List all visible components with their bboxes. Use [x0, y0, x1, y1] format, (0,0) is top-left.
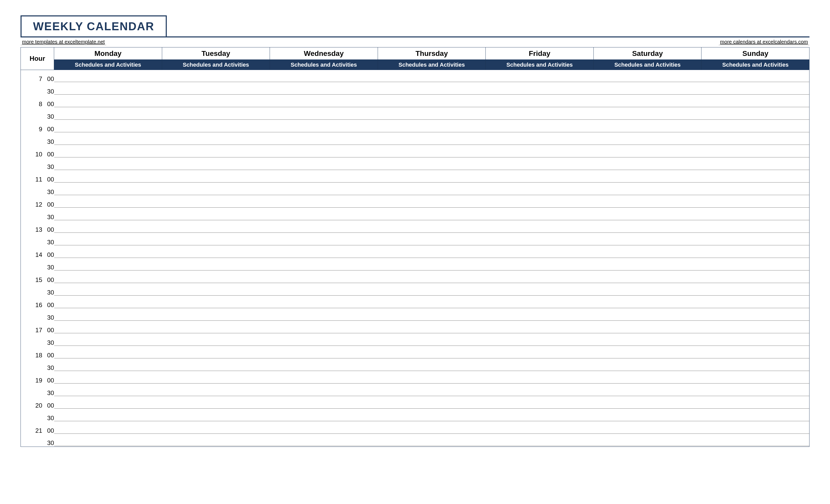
schedule-slot[interactable]	[486, 120, 594, 133]
schedule-slot[interactable]	[54, 422, 162, 434]
schedule-slot[interactable]	[594, 145, 701, 158]
schedule-slot[interactable]	[378, 384, 486, 397]
schedule-slot[interactable]	[162, 95, 270, 108]
schedule-slot[interactable]	[270, 208, 378, 221]
schedule-slot[interactable]	[270, 271, 378, 283]
schedule-slot[interactable]	[378, 70, 486, 82]
schedule-slot[interactable]	[54, 397, 162, 409]
schedule-slot[interactable]	[701, 196, 809, 208]
schedule-slot[interactable]	[486, 196, 594, 208]
schedule-slot[interactable]	[701, 259, 809, 271]
schedule-slot[interactable]	[486, 246, 594, 259]
schedule-slot[interactable]	[701, 208, 809, 221]
schedule-slot[interactable]	[270, 246, 378, 259]
schedule-slot[interactable]	[594, 309, 701, 321]
schedule-slot[interactable]	[378, 434, 486, 447]
schedule-slot[interactable]	[701, 384, 809, 397]
schedule-slot[interactable]	[162, 397, 270, 409]
schedule-slot[interactable]	[701, 246, 809, 259]
schedule-slot[interactable]	[378, 397, 486, 409]
schedule-slot[interactable]	[162, 384, 270, 397]
schedule-slot[interactable]	[594, 158, 701, 170]
schedule-slot[interactable]	[378, 246, 486, 259]
schedule-slot[interactable]	[701, 183, 809, 196]
schedule-slot[interactable]	[594, 397, 701, 409]
schedule-slot[interactable]	[162, 422, 270, 434]
schedule-slot[interactable]	[594, 359, 701, 371]
schedule-slot[interactable]	[594, 371, 701, 384]
schedule-slot[interactable]	[701, 233, 809, 246]
schedule-slot[interactable]	[701, 133, 809, 145]
schedule-slot[interactable]	[486, 422, 594, 434]
schedule-slot[interactable]	[378, 208, 486, 221]
schedule-slot[interactable]	[594, 108, 701, 120]
schedule-slot[interactable]	[594, 321, 701, 334]
schedule-slot[interactable]	[486, 108, 594, 120]
schedule-slot[interactable]	[270, 422, 378, 434]
schedule-slot[interactable]	[162, 321, 270, 334]
schedule-slot[interactable]	[486, 371, 594, 384]
schedule-slot[interactable]	[378, 108, 486, 120]
schedule-slot[interactable]	[378, 409, 486, 422]
schedule-slot[interactable]	[270, 233, 378, 246]
schedule-slot[interactable]	[270, 321, 378, 334]
schedule-slot[interactable]	[378, 183, 486, 196]
schedule-slot[interactable]	[486, 82, 594, 95]
schedule-slot[interactable]	[54, 70, 162, 82]
schedule-slot[interactable]	[162, 170, 270, 183]
schedule-slot[interactable]	[594, 95, 701, 108]
schedule-slot[interactable]	[701, 82, 809, 95]
schedule-slot[interactable]	[594, 259, 701, 271]
schedule-slot[interactable]	[270, 133, 378, 145]
schedule-slot[interactable]	[486, 359, 594, 371]
schedule-slot[interactable]	[594, 334, 701, 346]
schedule-slot[interactable]	[270, 108, 378, 120]
schedule-slot[interactable]	[378, 221, 486, 233]
schedule-slot[interactable]	[378, 196, 486, 208]
schedule-slot[interactable]	[701, 108, 809, 120]
schedule-slot[interactable]	[701, 120, 809, 133]
schedule-slot[interactable]	[162, 120, 270, 133]
schedule-slot[interactable]	[270, 334, 378, 346]
schedule-slot[interactable]	[162, 296, 270, 309]
schedule-slot[interactable]	[594, 120, 701, 133]
schedule-slot[interactable]	[270, 145, 378, 158]
schedule-slot[interactable]	[594, 346, 701, 359]
schedule-slot[interactable]	[162, 183, 270, 196]
schedule-slot[interactable]	[594, 183, 701, 196]
schedule-slot[interactable]	[486, 321, 594, 334]
schedule-slot[interactable]	[270, 120, 378, 133]
schedule-slot[interactable]	[701, 309, 809, 321]
schedule-slot[interactable]	[270, 397, 378, 409]
schedule-slot[interactable]	[378, 259, 486, 271]
schedule-slot[interactable]	[378, 371, 486, 384]
schedule-slot[interactable]	[54, 259, 162, 271]
schedule-slot[interactable]	[162, 246, 270, 259]
schedule-slot[interactable]	[54, 321, 162, 334]
schedule-slot[interactable]	[378, 334, 486, 346]
schedule-slot[interactable]	[701, 321, 809, 334]
schedule-slot[interactable]	[54, 95, 162, 108]
schedule-slot[interactable]	[54, 346, 162, 359]
schedule-slot[interactable]	[54, 108, 162, 120]
schedule-slot[interactable]	[162, 334, 270, 346]
schedule-slot[interactable]	[162, 196, 270, 208]
schedule-slot[interactable]	[486, 384, 594, 397]
schedule-slot[interactable]	[54, 158, 162, 170]
schedule-slot[interactable]	[162, 271, 270, 283]
schedule-slot[interactable]	[701, 296, 809, 309]
schedule-slot[interactable]	[486, 208, 594, 221]
schedule-slot[interactable]	[270, 409, 378, 422]
schedule-slot[interactable]	[162, 259, 270, 271]
schedule-slot[interactable]	[378, 346, 486, 359]
schedule-slot[interactable]	[378, 233, 486, 246]
schedule-slot[interactable]	[594, 422, 701, 434]
schedule-slot[interactable]	[378, 283, 486, 296]
schedule-slot[interactable]	[594, 296, 701, 309]
schedule-slot[interactable]	[486, 283, 594, 296]
schedule-slot[interactable]	[54, 145, 162, 158]
schedule-slot[interactable]	[486, 183, 594, 196]
schedule-slot[interactable]	[54, 434, 162, 447]
schedule-slot[interactable]	[594, 409, 701, 422]
schedule-slot[interactable]	[701, 371, 809, 384]
